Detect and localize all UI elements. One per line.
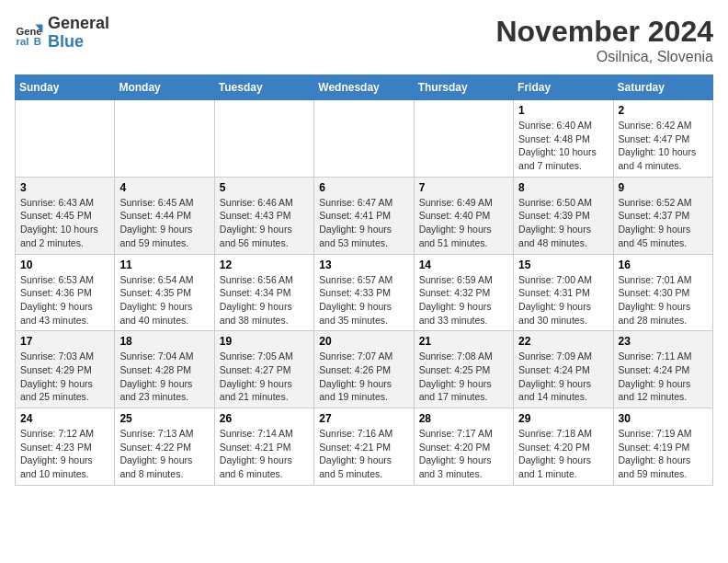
weekday-wednesday: Wednesday: [314, 75, 414, 100]
weekday-monday: Monday: [115, 75, 214, 100]
calendar-cell: 5Sunrise: 6:46 AMSunset: 4:43 PMDaylight…: [214, 177, 313, 254]
logo: Gene ral B General Blue: [15, 15, 109, 52]
weekday-saturday: Saturday: [613, 75, 712, 100]
day-info: Sunrise: 6:56 AMSunset: 4:34 PMDaylight:…: [220, 273, 309, 327]
day-info: Sunrise: 7:18 AMSunset: 4:20 PMDaylight:…: [518, 427, 608, 481]
calendar-cell: 2Sunrise: 6:42 AMSunset: 4:47 PMDaylight…: [613, 100, 712, 178]
day-info: Sunrise: 7:03 AMSunset: 4:29 PMDaylight:…: [20, 350, 109, 404]
day-number: 10: [20, 259, 109, 271]
day-number: 14: [419, 259, 508, 271]
calendar-cell: 15Sunrise: 7:00 AMSunset: 4:31 PMDayligh…: [514, 254, 613, 331]
week-row-4: 17Sunrise: 7:03 AMSunset: 4:29 PMDayligh…: [16, 331, 713, 408]
calendar-cell: 6Sunrise: 6:47 AMSunset: 4:41 PMDaylight…: [314, 177, 414, 254]
day-info: Sunrise: 6:42 AMSunset: 4:47 PMDaylight:…: [619, 119, 708, 173]
day-info: Sunrise: 6:49 AMSunset: 4:40 PMDaylight:…: [419, 196, 508, 250]
day-info: Sunrise: 6:57 AMSunset: 4:33 PMDaylight:…: [319, 273, 408, 327]
calendar-cell: 20Sunrise: 7:07 AMSunset: 4:26 PMDayligh…: [314, 331, 414, 408]
day-number: 11: [119, 259, 209, 271]
day-info: Sunrise: 7:16 AMSunset: 4:21 PMDaylight:…: [319, 427, 408, 481]
day-number: 6: [319, 181, 408, 194]
day-info: Sunrise: 7:11 AMSunset: 4:24 PMDaylight:…: [619, 350, 708, 404]
logo-icon: Gene ral B: [15, 18, 44, 48]
calendar-cell: 23Sunrise: 7:11 AMSunset: 4:24 PMDayligh…: [613, 331, 712, 408]
svg-text:ral: ral: [17, 36, 29, 47]
week-row-3: 10Sunrise: 6:53 AMSunset: 4:36 PMDayligh…: [16, 254, 713, 331]
calendar-cell: 29Sunrise: 7:18 AMSunset: 4:20 PMDayligh…: [514, 408, 613, 486]
day-number: 22: [518, 335, 608, 348]
calendar-cell: 19Sunrise: 7:05 AMSunset: 4:27 PMDayligh…: [214, 331, 313, 408]
calendar-cell: 17Sunrise: 7:03 AMSunset: 4:29 PMDayligh…: [16, 331, 115, 408]
day-number: 15: [518, 259, 608, 271]
day-info: Sunrise: 7:14 AMSunset: 4:21 PMDaylight:…: [220, 427, 309, 481]
calendar-cell: 9Sunrise: 6:52 AMSunset: 4:37 PMDaylight…: [613, 177, 712, 254]
day-number: 21: [419, 335, 508, 348]
location: Osilnica, Slovenia: [495, 49, 713, 65]
calendar-cell: 25Sunrise: 7:13 AMSunset: 4:22 PMDayligh…: [115, 408, 214, 486]
day-info: Sunrise: 6:46 AMSunset: 4:43 PMDaylight:…: [220, 196, 309, 250]
day-number: 25: [119, 412, 209, 425]
calendar-cell: 4Sunrise: 6:45 AMSunset: 4:44 PMDaylight…: [115, 177, 214, 254]
day-info: Sunrise: 6:53 AMSunset: 4:36 PMDaylight:…: [20, 273, 109, 327]
day-info: Sunrise: 6:59 AMSunset: 4:32 PMDaylight:…: [419, 273, 508, 327]
weekday-friday: Friday: [514, 75, 613, 100]
calendar-cell: [115, 100, 214, 178]
day-info: Sunrise: 7:13 AMSunset: 4:22 PMDaylight:…: [119, 427, 209, 481]
day-number: 4: [119, 181, 209, 194]
day-number: 19: [220, 335, 309, 348]
week-row-2: 3Sunrise: 6:43 AMSunset: 4:45 PMDaylight…: [16, 177, 713, 254]
day-number: 28: [419, 412, 508, 425]
day-info: Sunrise: 6:47 AMSunset: 4:41 PMDaylight:…: [319, 196, 408, 250]
calendar-cell: 14Sunrise: 6:59 AMSunset: 4:32 PMDayligh…: [414, 254, 513, 331]
day-info: Sunrise: 6:54 AMSunset: 4:35 PMDaylight:…: [119, 273, 209, 327]
day-number: 7: [419, 181, 508, 194]
calendar-cell: 30Sunrise: 7:19 AMSunset: 4:19 PMDayligh…: [613, 408, 712, 486]
week-row-5: 24Sunrise: 7:12 AMSunset: 4:23 PMDayligh…: [16, 408, 713, 486]
month-title: November 2024: [495, 15, 713, 49]
day-info: Sunrise: 6:45 AMSunset: 4:44 PMDaylight:…: [119, 196, 209, 250]
logo-blue-text: Blue: [48, 33, 109, 52]
calendar-cell: [214, 100, 313, 178]
day-number: 24: [20, 412, 109, 425]
day-info: Sunrise: 6:40 AMSunset: 4:48 PMDaylight:…: [518, 119, 608, 173]
calendar-cell: 27Sunrise: 7:16 AMSunset: 4:21 PMDayligh…: [314, 408, 414, 486]
day-number: 26: [220, 412, 309, 425]
calendar-header: SundayMondayTuesdayWednesdayThursdayFrid…: [16, 75, 713, 100]
day-info: Sunrise: 6:43 AMSunset: 4:45 PMDaylight:…: [20, 196, 109, 250]
day-info: Sunrise: 7:19 AMSunset: 4:19 PMDaylight:…: [619, 427, 708, 481]
day-number: 12: [220, 259, 309, 271]
calendar-cell: 18Sunrise: 7:04 AMSunset: 4:28 PMDayligh…: [115, 331, 214, 408]
day-number: 16: [619, 259, 708, 271]
calendar-cell: 16Sunrise: 7:01 AMSunset: 4:30 PMDayligh…: [613, 254, 712, 331]
calendar-cell: 12Sunrise: 6:56 AMSunset: 4:34 PMDayligh…: [214, 254, 313, 331]
day-info: Sunrise: 7:17 AMSunset: 4:20 PMDaylight:…: [419, 427, 508, 481]
calendar-cell: [16, 100, 115, 178]
svg-text:B: B: [34, 36, 41, 47]
day-number: 20: [319, 335, 408, 348]
day-number: 9: [619, 181, 708, 194]
weekday-thursday: Thursday: [414, 75, 513, 100]
day-number: 23: [619, 335, 708, 348]
weekday-sunday: Sunday: [16, 75, 115, 100]
calendar-body: 1Sunrise: 6:40 AMSunset: 4:48 PMDaylight…: [16, 100, 713, 486]
day-number: 5: [220, 181, 309, 194]
weekday-header-row: SundayMondayTuesdayWednesdayThursdayFrid…: [16, 75, 713, 100]
page-header: Gene ral B General Blue November 2024 Os…: [15, 15, 713, 65]
calendar-cell: 11Sunrise: 6:54 AMSunset: 4:35 PMDayligh…: [115, 254, 214, 331]
week-row-1: 1Sunrise: 6:40 AMSunset: 4:48 PMDaylight…: [16, 100, 713, 178]
calendar-cell: 10Sunrise: 6:53 AMSunset: 4:36 PMDayligh…: [16, 254, 115, 331]
calendar-table: SundayMondayTuesdayWednesdayThursdayFrid…: [15, 75, 713, 486]
calendar-cell: [314, 100, 414, 178]
calendar-cell: 7Sunrise: 6:49 AMSunset: 4:40 PMDaylight…: [414, 177, 513, 254]
day-info: Sunrise: 7:04 AMSunset: 4:28 PMDaylight:…: [119, 350, 209, 404]
logo-text: General Blue: [48, 15, 109, 52]
day-number: 1: [518, 104, 608, 117]
calendar-cell: 28Sunrise: 7:17 AMSunset: 4:20 PMDayligh…: [414, 408, 513, 486]
day-info: Sunrise: 7:00 AMSunset: 4:31 PMDaylight:…: [518, 273, 608, 327]
day-number: 2: [619, 104, 708, 117]
day-info: Sunrise: 7:09 AMSunset: 4:24 PMDaylight:…: [518, 350, 608, 404]
calendar-cell: 3Sunrise: 6:43 AMSunset: 4:45 PMDaylight…: [16, 177, 115, 254]
day-info: Sunrise: 7:07 AMSunset: 4:26 PMDaylight:…: [319, 350, 408, 404]
calendar-cell: 22Sunrise: 7:09 AMSunset: 4:24 PMDayligh…: [514, 331, 613, 408]
day-info: Sunrise: 7:08 AMSunset: 4:25 PMDaylight:…: [419, 350, 508, 404]
day-number: 3: [20, 181, 109, 194]
